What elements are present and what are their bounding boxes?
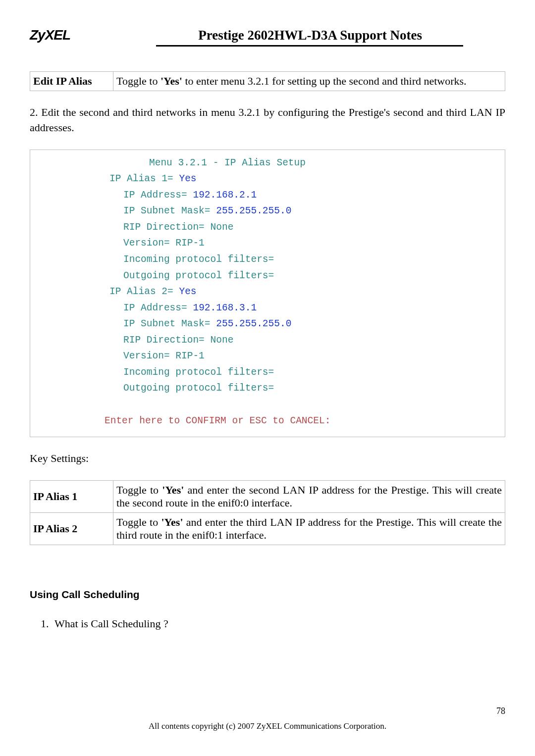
terminal-line: IP Subnet Mask= 255.255.255.0	[45, 316, 490, 332]
key-settings-table: IP Alias 1 Toggle to 'Yes' and enter the…	[30, 480, 505, 545]
list-item: What is Call Scheduling ?	[52, 617, 505, 630]
terminal-line: IP Alias 2= Yes	[45, 284, 490, 300]
bold-text: 'Yes'	[160, 75, 182, 87]
terminal-line: Version= RIP-1	[45, 235, 490, 252]
terminal-line: IP Alias 1= Yes	[45, 171, 490, 187]
cell-key: Edit IP Alias	[30, 72, 113, 91]
cell-desc: Toggle to 'Yes' to enter menu 3.2.1 for …	[113, 72, 505, 91]
header-rule	[156, 45, 463, 47]
terminal-line: Outgoing protocol filters=	[45, 380, 490, 397]
terminal-line: Outgoing protocol filters=	[45, 268, 490, 284]
document-title: Prestige 2602HWL-D3A Support Notes	[70, 28, 505, 43]
label: IP Subnet Mask=	[123, 318, 216, 329]
page-header: ZyXEL Prestige 2602HWL-D3A Support Notes	[30, 27, 505, 43]
terminal-line: RIP Direction= None	[45, 219, 490, 236]
terminal-prompt: Enter here to CONFIRM or ESC to CANCEL:	[45, 413, 490, 429]
terminal-line: RIP Direction= None	[45, 332, 490, 349]
value: Yes	[179, 173, 196, 184]
text: Toggle to	[116, 516, 161, 528]
terminal-title: Menu 3.2.1 - IP Alias Setup	[45, 155, 490, 171]
terminal-line: Version= RIP-1	[45, 348, 490, 364]
cell-key: IP Alias 1	[30, 480, 113, 512]
cell-desc: Toggle to 'Yes' and enter the second LAN…	[113, 480, 505, 512]
numbered-list: What is Call Scheduling ?	[39, 617, 505, 630]
page-number: 78	[496, 706, 505, 716]
label: IP Alias 1=	[109, 173, 179, 184]
paragraph: 2. Edit the second and third networks in…	[30, 105, 505, 136]
value: 255.255.255.0	[216, 205, 291, 216]
cell-desc: Toggle to 'Yes' and enter the third LAN …	[113, 512, 505, 545]
cell-key: IP Alias 2	[30, 512, 113, 545]
value: 192.168.3.1	[193, 302, 257, 313]
terminal-output: Menu 3.2.1 - IP Alias Setup IP Alias 1= …	[30, 150, 505, 438]
label: IP Address=	[123, 302, 193, 313]
copyright-footer: All contents copyright (c) 2007 ZyXEL Co…	[0, 721, 535, 731]
table-row: IP Alias 1 Toggle to 'Yes' and enter the…	[30, 480, 505, 512]
terminal-line: IP Address= 192.168.2.1	[45, 187, 490, 203]
terminal-line: Incoming protocol filters=	[45, 364, 490, 381]
table-row: IP Alias 2 Toggle to 'Yes' and enter the…	[30, 512, 505, 545]
label: IP Subnet Mask=	[123, 205, 216, 216]
text: to enter menu 3.2.1 for setting up the s…	[182, 75, 467, 87]
terminal-line: Incoming protocol filters=	[45, 252, 490, 268]
bold-text: 'Yes'	[161, 516, 183, 528]
bold-text: 'Yes'	[162, 484, 184, 496]
terminal-line: IP Subnet Mask= 255.255.255.0	[45, 203, 490, 219]
text: Toggle to	[116, 75, 160, 87]
value: 192.168.2.1	[193, 190, 257, 201]
text: Toggle to	[116, 484, 162, 496]
value: Yes	[179, 286, 196, 297]
edit-ip-alias-table: Edit IP Alias Toggle to 'Yes' to enter m…	[30, 71, 505, 91]
table-row: Edit IP Alias Toggle to 'Yes' to enter m…	[30, 72, 505, 91]
value: 255.255.255.0	[216, 318, 291, 329]
brand-logo: ZyXEL	[30, 27, 70, 43]
terminal-line: IP Address= 192.168.3.1	[45, 300, 490, 316]
key-settings-label: Key Settings:	[30, 451, 505, 466]
label: IP Address=	[123, 190, 193, 201]
section-heading: Using Call Scheduling	[30, 589, 505, 601]
label: IP Alias 2=	[109, 286, 179, 297]
